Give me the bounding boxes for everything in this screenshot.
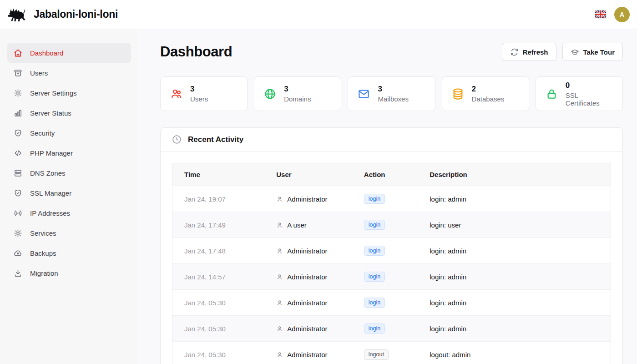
- activity-time: Jan 24, 17:49: [172, 212, 264, 238]
- app-header: Jabaloni-loni-loni A: [0, 0, 637, 29]
- activity-description: login: admin: [418, 264, 611, 290]
- sidebar-item-backups[interactable]: Backups: [7, 243, 131, 263]
- bar-chart-icon: [14, 109, 22, 117]
- app-title: Jabaloni-loni-loni: [34, 8, 118, 20]
- header-right: A: [595, 7, 630, 22]
- activity-time: Jan 24, 05:30: [172, 316, 264, 342]
- stat-text: 2Databases: [472, 85, 505, 103]
- action-badge: login: [364, 272, 385, 282]
- stat-text: 3Users: [190, 85, 208, 103]
- app-root: Jabaloni-loni-loni A DashboardUsersServe…: [0, 0, 637, 364]
- main-content[interactable]: Dashboard Refresh: [138, 29, 637, 364]
- stat-card-mailboxes: 3Mailboxes: [348, 76, 435, 111]
- sidebar: DashboardUsersServer SettingsServer Stat…: [0, 29, 138, 364]
- activity-user: Administrator: [276, 273, 340, 281]
- activity-time: Jan 24, 05:30: [172, 342, 264, 364]
- stat-card-users: 3Users: [160, 76, 248, 111]
- sidebar-item-label: PHP Manager: [30, 149, 73, 157]
- take-tour-button-label: Take Tour: [583, 48, 615, 56]
- activity-table: Time User Action Description Jan 24, 19:…: [172, 163, 611, 364]
- sidebar-item-services[interactable]: Services: [7, 223, 131, 243]
- stat-label: Databases: [472, 95, 505, 103]
- activity-time: Jan 24, 14:57: [172, 264, 264, 290]
- sidebar-item-ssl-manager[interactable]: SSL Manager: [7, 183, 131, 203]
- sidebar-item-label: Migration: [30, 269, 58, 277]
- avatar-initial: A: [620, 11, 624, 18]
- activity-row: Jan 24, 05:30Administratorlogoutlogout: …: [172, 342, 611, 364]
- take-tour-button[interactable]: Take Tour: [562, 43, 623, 61]
- activity-row: Jan 24, 05:30Administratorloginlogin: ad…: [172, 316, 611, 342]
- action-badge: logout: [364, 349, 389, 360]
- col-description: Description: [418, 163, 611, 186]
- table-header-row: Time User Action Description: [172, 163, 611, 186]
- code-icon: [14, 149, 22, 157]
- brand[interactable]: Jabaloni-loni-loni: [7, 7, 118, 22]
- activity-user: Administrator: [276, 299, 340, 307]
- stat-label: SSL Certificates: [566, 91, 613, 107]
- activity-row: Jan 24, 17:48Administratorloginlogin: ad…: [172, 238, 611, 264]
- stat-label: Domains: [284, 95, 311, 103]
- sidebar-item-label: DNS Zones: [30, 169, 66, 177]
- activity-user: Administrator: [276, 351, 340, 359]
- action-badge: login: [364, 194, 385, 204]
- activity-description: logout: admin: [418, 342, 611, 364]
- shield-check-icon: [14, 129, 22, 137]
- stat-text: 3Domains: [284, 85, 311, 103]
- activity-time: Jan 24, 19:07: [172, 186, 264, 212]
- sidebar-item-server-status[interactable]: Server Status: [7, 103, 131, 123]
- avatar[interactable]: A: [614, 7, 630, 22]
- user-icon: [276, 222, 283, 228]
- activity-user: Administrator: [276, 325, 340, 333]
- sidebar-item-dns-zones[interactable]: DNS Zones: [7, 163, 131, 183]
- activity-description: login: admin: [418, 316, 611, 342]
- stat-value: 3: [378, 85, 409, 94]
- user-icon: [276, 273, 283, 280]
- activity-description: login: user: [418, 212, 611, 238]
- graduation-cap-icon: [571, 48, 579, 56]
- sidebar-item-server-settings[interactable]: Server Settings: [7, 83, 131, 103]
- sidebar-item-dashboard[interactable]: Dashboard: [7, 43, 131, 63]
- stat-card-domains: 3Domains: [254, 76, 341, 111]
- user-icon: [276, 325, 283, 332]
- sidebar-nav: DashboardUsersServer SettingsServer Stat…: [7, 43, 131, 283]
- activity-time: Jan 24, 17:48: [172, 238, 264, 264]
- sidebar-item-users[interactable]: Users: [7, 63, 131, 83]
- sidebar-item-label: Dashboard: [30, 49, 63, 57]
- stat-text: 0SSL Certificates: [566, 81, 613, 107]
- activity-user: A user: [276, 221, 340, 229]
- sidebar-item-label: Users: [30, 69, 48, 77]
- stat-value: 0: [566, 81, 613, 90]
- col-action: Action: [352, 163, 418, 186]
- uk-flag-icon[interactable]: [595, 10, 606, 18]
- user-icon: [276, 248, 283, 254]
- activity-title: Recent Activity: [188, 135, 243, 144]
- col-time: Time: [172, 163, 264, 186]
- sidebar-item-ip-addresses[interactable]: IP Addresses: [7, 203, 131, 223]
- stat-label: Mailboxes: [378, 95, 409, 103]
- activity-user-name: Administrator: [287, 195, 327, 203]
- activity-description: login: admin: [418, 290, 611, 316]
- download-icon: [14, 269, 22, 278]
- refresh-button-label: Refresh: [523, 48, 548, 56]
- activity-row: Jan 24, 19:07Administratorloginlogin: ad…: [172, 186, 611, 212]
- activity-body: Time User Action Description Jan 24, 19:…: [161, 152, 622, 364]
- activity-time: Jan 24, 05:30: [172, 290, 264, 316]
- sidebar-item-migration[interactable]: Migration: [7, 263, 131, 283]
- refresh-button[interactable]: Refresh: [502, 43, 556, 61]
- page-title: Dashboard: [160, 44, 232, 60]
- activity-description: login: admin: [418, 186, 611, 212]
- stat-label: Users: [190, 95, 208, 103]
- cloud-upload-icon: [14, 249, 22, 258]
- archive-icon: [14, 69, 22, 77]
- activity-row: Jan 24, 17:49A userloginlogin: user: [172, 212, 611, 238]
- activity-user-name: A user: [287, 221, 307, 229]
- activity-user-name: Administrator: [287, 299, 327, 307]
- sidebar-item-label: Security: [30, 129, 55, 137]
- stat-card-databases: 2Databases: [442, 76, 529, 111]
- stat-value: 3: [190, 85, 208, 94]
- sidebar-item-security[interactable]: Security: [7, 123, 131, 143]
- sidebar-item-php-manager[interactable]: PHP Manager: [7, 143, 131, 163]
- activity-row: Jan 24, 05:30Administratorloginlogin: ad…: [172, 290, 611, 316]
- activity-user: Administrator: [276, 247, 340, 255]
- activity-user: Administrator: [276, 195, 340, 203]
